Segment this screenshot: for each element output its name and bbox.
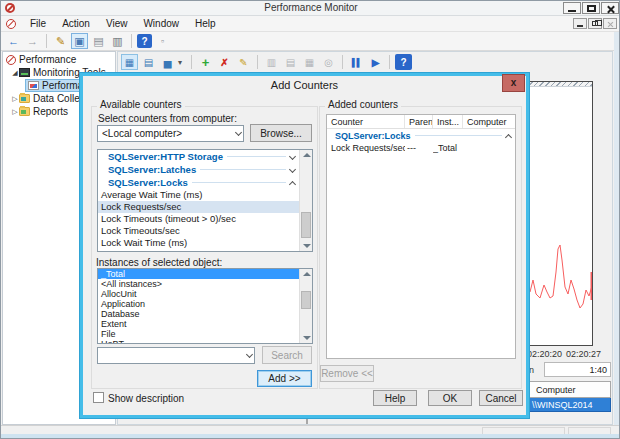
expanded-triangle-icon[interactable]: ◢: [11, 69, 19, 77]
back-icon[interactable]: ←: [5, 33, 22, 49]
added-counters-table[interactable]: Counter Parent Inst... Computer SQLServe…: [326, 114, 516, 359]
added-counter-row[interactable]: Lock Requests/sec --- _Total: [327, 142, 515, 155]
help-icon[interactable]: ?: [395, 54, 412, 70]
paste-counter-list-icon[interactable]: ▤: [282, 54, 299, 70]
add-button[interactable]: Add >>: [257, 370, 312, 387]
scrollbar-thumb[interactable]: [301, 291, 311, 309]
legend-selected-row[interactable]: \\WINSQL2014: [527, 398, 611, 412]
counter-group-row[interactable]: SQLServer:HTTP Storage: [98, 150, 299, 163]
properties-icon[interactable]: ▦: [301, 54, 318, 70]
scroll-down-icon[interactable]: [303, 336, 311, 340]
cancel-button[interactable]: Cancel: [479, 390, 523, 406]
menu-window[interactable]: Window: [135, 16, 187, 31]
menu-help[interactable]: Help: [187, 16, 224, 31]
counter-item[interactable]: Average Wait Time (ms): [98, 189, 299, 201]
highlight-icon[interactable]: ✎: [235, 54, 252, 70]
dialog-title: Add Counters: [83, 76, 526, 96]
add-counter-icon[interactable]: +: [197, 54, 214, 70]
counter-item[interactable]: Lock Timeouts/sec: [98, 225, 299, 237]
dropdown-arrow-icon[interactable]: ▾: [178, 58, 186, 67]
instance-item-selected[interactable]: _Total: [98, 269, 299, 279]
column-instance[interactable]: Inst...: [433, 115, 463, 128]
instance-item[interactable]: HoBT: [98, 339, 299, 343]
forward-icon[interactable]: →: [24, 33, 41, 49]
column-counter[interactable]: Counter: [327, 115, 405, 128]
collapsed-triangle-icon[interactable]: ▷: [11, 108, 19, 116]
tree-item-performance[interactable]: Performance: [19, 54, 76, 65]
instance-item[interactable]: File: [98, 329, 299, 339]
restore-icon: [592, 21, 598, 26]
instance-item[interactable]: AllocUnit: [98, 289, 299, 299]
mdi-restore-button[interactable]: [588, 18, 602, 29]
show-description-checkbox[interactable]: [93, 392, 104, 403]
chevron-down-icon[interactable]: [289, 153, 296, 160]
minimize-button[interactable]: [563, 2, 581, 14]
counter-item-selected[interactable]: Lock Requests/sec: [98, 201, 299, 213]
show-console-tree-icon[interactable]: ▣: [71, 33, 88, 49]
delete-counter-icon[interactable]: ✗: [216, 54, 233, 70]
freeze-display-icon[interactable]: ▌▌: [348, 54, 365, 70]
toolbar-separator: [131, 34, 132, 48]
remove-button[interactable]: Remove <<: [320, 365, 374, 382]
chevron-down-icon[interactable]: [289, 166, 296, 173]
computer-combobox[interactable]: <Local computer>: [97, 125, 244, 142]
title-bar: Performance Monitor: [1, 1, 620, 16]
instance-item[interactable]: <All instances>: [98, 279, 299, 289]
show-description-label: Show description: [108, 393, 184, 404]
counter-group-row[interactable]: SQLServer:Locks: [98, 176, 299, 189]
help-button[interactable]: Help: [373, 390, 417, 406]
column-computer[interactable]: Computer: [463, 115, 515, 128]
add-counters-dialog: Add Counters x Available counters Select…: [80, 73, 529, 418]
zoom-icon[interactable]: ◎: [320, 54, 337, 70]
column-parent[interactable]: Parent: [405, 115, 433, 128]
copy-properties-icon[interactable]: ▥: [263, 54, 280, 70]
menu-file[interactable]: File: [22, 16, 54, 31]
scroll-up-icon[interactable]: [303, 272, 311, 276]
added-group-row[interactable]: SQLServer:Locks: [327, 129, 515, 142]
instance-item[interactable]: Extent: [98, 319, 299, 329]
change-graph-type-icon[interactable]: ▅: [159, 54, 176, 70]
instance-item[interactable]: Database: [98, 309, 299, 319]
instances-scrollbar[interactable]: [299, 269, 312, 343]
view-log-data-icon[interactable]: ▤: [140, 54, 157, 70]
instance-search-input[interactable]: [97, 347, 255, 364]
export-icon[interactable]: ✎: [52, 33, 69, 49]
mdi-minimize-button[interactable]: [573, 18, 587, 29]
collapsed-triangle-icon[interactable]: ▷: [11, 95, 19, 103]
tree-item-reports[interactable]: Reports: [33, 106, 68, 117]
dialog-close-button[interactable]: x: [502, 74, 525, 92]
scroll-up-icon[interactable]: [303, 153, 311, 157]
legend-computer-header[interactable]: Computer: [527, 381, 611, 398]
instances-listbox[interactable]: _Total <All instances> AllocUnit Applica…: [97, 268, 313, 344]
counter-item[interactable]: Lock Wait Time (ms): [98, 237, 299, 249]
browse-button[interactable]: Browse...: [250, 124, 312, 142]
counter-group-row[interactable]: SQLServer:Latches: [98, 163, 299, 176]
toolbar-separator: [342, 55, 343, 69]
new-window-icon[interactable]: ▫: [154, 33, 171, 49]
search-button[interactable]: Search: [262, 346, 312, 364]
scroll-down-icon[interactable]: [303, 244, 311, 248]
counters-listbox[interactable]: SQLServer:HTTP Storage SQLServer:Latches…: [97, 149, 313, 252]
counters-scrollbar[interactable]: [299, 150, 312, 251]
added-counters-label: Added counters: [325, 99, 401, 110]
perfmon-toolbar: ▦ ▤ ▅ ▾ + ✗ ✎ ▥ ▤ ▦ ◎ ▌▌ ▶ ?: [121, 54, 412, 70]
print-icon[interactable]: ▥: [109, 33, 126, 49]
counter-item[interactable]: Lock Waits/sec: [98, 249, 299, 251]
close-button[interactable]: [601, 2, 619, 14]
chevron-up-icon[interactable]: [289, 181, 296, 188]
window-bottom-border: [1, 434, 620, 439]
scrollbar-thumb[interactable]: [301, 212, 311, 238]
time-axis-label: 02:20:27: [566, 349, 601, 359]
instance-item[interactable]: Application: [98, 299, 299, 309]
ok-button[interactable]: OK: [428, 390, 472, 406]
menu-view[interactable]: View: [98, 16, 136, 31]
help-icon[interactable]: ?: [137, 34, 152, 48]
view-current-activity-icon[interactable]: ▦: [121, 54, 138, 70]
maximize-button[interactable]: [582, 2, 600, 14]
chevron-up-icon[interactable]: [505, 134, 512, 141]
update-data-icon[interactable]: ▶: [367, 54, 384, 70]
menu-action[interactable]: Action: [54, 16, 98, 31]
mdi-close-button[interactable]: [603, 18, 617, 29]
counter-item[interactable]: Lock Timeouts (timeout > 0)/sec: [98, 213, 299, 225]
window-list-icon[interactable]: ▤: [90, 33, 107, 49]
